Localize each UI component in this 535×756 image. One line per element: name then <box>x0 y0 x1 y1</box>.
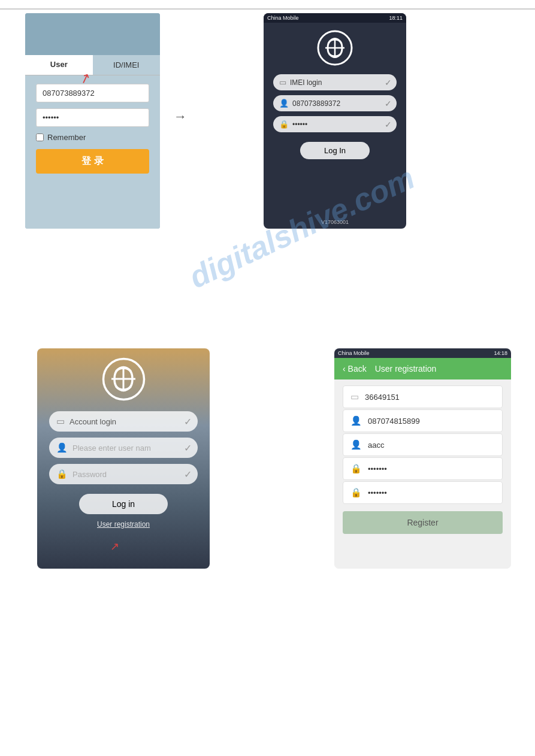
register-button[interactable]: Register <box>343 511 503 534</box>
reg-confirm-value: ••••••• <box>368 488 387 497</box>
account-password-placeholder: Password <box>72 470 107 479</box>
monitor-icon-2: ▭ <box>56 416 65 427</box>
reg-status-time: 14:18 <box>494 350 507 356</box>
phone-username-value: 087073889372 <box>292 99 340 108</box>
account-login-row[interactable]: ▭ Account login ✓ <box>49 411 198 432</box>
reg-status-bar: China Mobile 14:18 <box>334 348 511 358</box>
password-input[interactable] <box>36 108 149 127</box>
register-arrow-icon: ↗ <box>110 540 119 553</box>
status-bar-top: China Mobile 18:11 <box>264 13 406 23</box>
form-area: Remember 登 录 <box>25 75 160 229</box>
reg-monitor-icon: ▭ <box>350 391 359 402</box>
reg-title: User registration <box>375 364 437 374</box>
user-icon-2: 👤 <box>56 442 68 453</box>
reg-imei-row[interactable]: ▭ 36649151 <box>343 385 503 408</box>
check-icon-4: ✓ <box>184 416 192 427</box>
register-link[interactable]: User registration <box>97 520 150 529</box>
check-icon-5: ✓ <box>184 442 192 454</box>
tab-imei[interactable]: ID/IMEI <box>93 55 161 75</box>
account-login-button[interactable]: Log in <box>79 494 168 514</box>
reg-phone-row[interactable]: 👤 087074815899 <box>343 409 503 432</box>
arrow-right-icon: → <box>174 109 187 125</box>
reg-lock-icon: 🔒 <box>350 463 362 474</box>
version-label: V17063001 <box>321 219 349 225</box>
status-carrier: China Mobile <box>267 15 299 21</box>
reg-status-carrier: China Mobile <box>338 350 370 356</box>
check-icon-6: ✓ <box>184 469 192 480</box>
app-logo-top <box>317 30 353 66</box>
imei-label: IMEI login <box>290 78 322 87</box>
reg-user-icon-2: 👤 <box>350 439 362 450</box>
status-time: 18:11 <box>389 15 403 21</box>
reg-user-icon: 👤 <box>350 415 362 426</box>
lock-icon: 🔒 <box>279 120 289 129</box>
reg-lock-icon-2: 🔒 <box>350 487 362 498</box>
reg-header: ‹ Back User registration <box>334 358 511 379</box>
reg-phone-value: 087074815899 <box>368 417 420 426</box>
remember-label: Remember <box>47 133 86 142</box>
lock-icon-2: 🔒 <box>56 469 68 479</box>
account-username-placeholder: Please enter user nam <box>72 444 151 453</box>
username-input[interactable] <box>36 84 149 102</box>
account-login-label: Account login <box>69 417 116 426</box>
app-logo-bottom <box>101 357 146 402</box>
tab-row: User ID/IMEI <box>25 55 160 75</box>
reg-password-row[interactable]: 🔒 ••••••• <box>343 457 503 480</box>
phone-login-button[interactable]: Log In <box>300 142 370 159</box>
reg-form: ▭ 36649151 👤 087074815899 👤 aacc 🔒 •••••… <box>334 379 511 569</box>
back-button[interactable]: ‹ Back <box>343 364 367 374</box>
reg-password-value: ••••••• <box>368 464 387 473</box>
phone-username-row[interactable]: 👤 087073889372 ✓ <box>273 95 397 111</box>
check-icon: ✓ <box>385 78 392 87</box>
phone-account-login-panel: ▭ Account login ✓ 👤 Please enter user na… <box>37 348 210 569</box>
desktop-login-panel: User ID/IMEI Remember 登 录 <box>25 13 160 229</box>
login-button-cn[interactable]: 登 录 <box>36 149 149 174</box>
monitor-icon: ▭ <box>279 78 286 87</box>
reg-username-row[interactable]: 👤 aacc <box>343 433 503 456</box>
phone-password-row[interactable]: 🔒 •••••• ✓ <box>273 116 397 132</box>
phone-bg-top: ▭ IMEI login ✓ 👤 087073889372 ✓ 🔒 ••••••… <box>264 23 406 229</box>
reg-username-value: aacc <box>368 441 384 450</box>
phone-bg-bottom: ▭ Account login ✓ 👤 Please enter user na… <box>37 348 210 569</box>
registration-panel: China Mobile 14:18 ‹ Back User registrat… <box>334 348 511 569</box>
top-divider <box>0 8 535 10</box>
phone-password-value: •••••• <box>292 120 307 129</box>
imei-input-row[interactable]: ▭ IMEI login ✓ <box>273 74 397 90</box>
remember-checkbox[interactable] <box>36 133 44 141</box>
phone-imei-login-panel: China Mobile 18:11 ▭ IMEI login ✓ 👤 0 <box>264 13 406 229</box>
account-username-row[interactable]: 👤 Please enter user nam ✓ <box>49 438 198 458</box>
remember-row: Remember <box>36 133 149 142</box>
reg-imei-value: 36649151 <box>365 393 400 402</box>
check-icon-2: ✓ <box>385 99 392 108</box>
logo-area <box>25 13 160 55</box>
reg-confirm-row[interactable]: 🔒 ••••••• <box>343 481 503 504</box>
account-password-row[interactable]: 🔒 Password ✓ <box>49 464 198 484</box>
check-icon-3: ✓ <box>385 120 392 129</box>
user-icon: 👤 <box>279 99 289 108</box>
